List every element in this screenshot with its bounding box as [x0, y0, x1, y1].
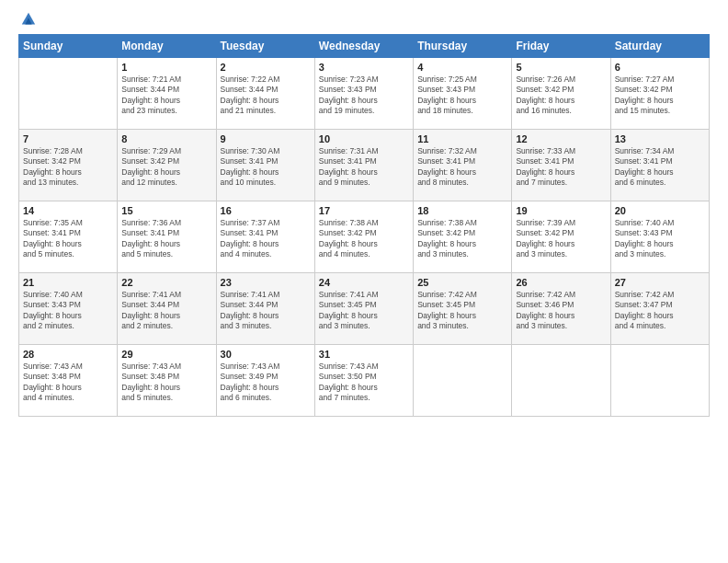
- day-number: 6: [615, 62, 705, 73]
- col-header-sunday: Sunday: [19, 35, 118, 58]
- day-number: 26: [516, 277, 606, 288]
- col-header-thursday: Thursday: [414, 35, 512, 58]
- calendar-cell: 27Sunrise: 7:42 AM Sunset: 3:47 PM Dayli…: [610, 273, 709, 345]
- day-info: Sunrise: 7:39 AM Sunset: 3:42 PM Dayligh…: [516, 218, 606, 260]
- calendar-cell: [19, 58, 118, 130]
- day-number: 11: [417, 133, 507, 144]
- col-header-wednesday: Wednesday: [314, 35, 413, 58]
- calendar-cell: [610, 345, 709, 417]
- calendar-cell: 25Sunrise: 7:42 AM Sunset: 3:45 PM Dayli…: [414, 273, 512, 345]
- col-header-monday: Monday: [118, 35, 216, 58]
- calendar-cell: 24Sunrise: 7:41 AM Sunset: 3:45 PM Dayli…: [314, 273, 413, 345]
- day-info: Sunrise: 7:42 AM Sunset: 3:46 PM Dayligh…: [516, 290, 606, 332]
- calendar-cell: 21Sunrise: 7:40 AM Sunset: 3:43 PM Dayli…: [19, 273, 118, 345]
- calendar-cell: 7Sunrise: 7:28 AM Sunset: 3:42 PM Daylig…: [19, 130, 118, 201]
- calendar-cell: [512, 345, 610, 417]
- calendar-cell: 12Sunrise: 7:33 AM Sunset: 3:41 PM Dayli…: [512, 130, 610, 201]
- day-info: Sunrise: 7:38 AM Sunset: 3:42 PM Dayligh…: [319, 218, 409, 260]
- calendar-cell: 8Sunrise: 7:29 AM Sunset: 3:42 PM Daylig…: [118, 130, 216, 201]
- calendar-cell: 17Sunrise: 7:38 AM Sunset: 3:42 PM Dayli…: [314, 201, 413, 273]
- calendar-cell: 20Sunrise: 7:40 AM Sunset: 3:43 PM Dayli…: [610, 201, 709, 273]
- day-number: 16: [221, 205, 311, 216]
- calendar-cell: 30Sunrise: 7:43 AM Sunset: 3:49 PM Dayli…: [216, 345, 314, 417]
- calendar-cell: 9Sunrise: 7:30 AM Sunset: 3:41 PM Daylig…: [216, 130, 314, 201]
- calendar-cell: 10Sunrise: 7:31 AM Sunset: 3:41 PM Dayli…: [314, 130, 413, 201]
- calendar-cell: 26Sunrise: 7:42 AM Sunset: 3:46 PM Dayli…: [512, 273, 610, 345]
- calendar-table: SundayMondayTuesdayWednesdayThursdayFrid…: [18, 34, 710, 417]
- day-info: Sunrise: 7:25 AM Sunset: 3:43 PM Dayligh…: [417, 75, 507, 117]
- day-number: 15: [121, 205, 211, 216]
- day-number: 1: [121, 62, 211, 73]
- calendar-cell: 2Sunrise: 7:22 AM Sunset: 3:44 PM Daylig…: [216, 58, 314, 130]
- day-info: Sunrise: 7:42 AM Sunset: 3:47 PM Dayligh…: [615, 290, 705, 332]
- page: SundayMondayTuesdayWednesdayThursdayFrid…: [0, 0, 728, 563]
- day-info: Sunrise: 7:43 AM Sunset: 3:50 PM Dayligh…: [319, 362, 409, 404]
- day-info: Sunrise: 7:23 AM Sunset: 3:43 PM Dayligh…: [319, 75, 409, 117]
- calendar-header-row: SundayMondayTuesdayWednesdayThursdayFrid…: [19, 35, 710, 58]
- calendar-cell: 16Sunrise: 7:37 AM Sunset: 3:41 PM Dayli…: [216, 201, 314, 273]
- calendar-cell: 22Sunrise: 7:41 AM Sunset: 3:44 PM Dayli…: [118, 273, 216, 345]
- day-info: Sunrise: 7:29 AM Sunset: 3:42 PM Dayligh…: [121, 146, 211, 189]
- day-number: 20: [615, 205, 705, 216]
- calendar-cell: 4Sunrise: 7:25 AM Sunset: 3:43 PM Daylig…: [414, 58, 512, 130]
- day-number: 8: [121, 133, 211, 144]
- calendar-cell: 18Sunrise: 7:38 AM Sunset: 3:42 PM Dayli…: [414, 201, 512, 273]
- day-number: 21: [23, 277, 113, 288]
- calendar-cell: 29Sunrise: 7:43 AM Sunset: 3:48 PM Dayli…: [118, 345, 216, 417]
- day-number: 29: [121, 349, 211, 360]
- calendar-cell: [414, 345, 512, 417]
- header: [18, 17, 710, 25]
- calendar-cell: 28Sunrise: 7:43 AM Sunset: 3:48 PM Dayli…: [19, 345, 118, 417]
- day-number: 5: [516, 62, 606, 73]
- day-number: 18: [417, 205, 507, 216]
- day-number: 30: [221, 349, 311, 360]
- day-info: Sunrise: 7:41 AM Sunset: 3:45 PM Dayligh…: [319, 290, 409, 332]
- day-info: Sunrise: 7:28 AM Sunset: 3:42 PM Dayligh…: [23, 146, 113, 189]
- calendar-cell: 31Sunrise: 7:43 AM Sunset: 3:50 PM Dayli…: [314, 345, 413, 417]
- day-info: Sunrise: 7:38 AM Sunset: 3:42 PM Dayligh…: [417, 218, 507, 260]
- day-number: 3: [319, 62, 409, 73]
- day-info: Sunrise: 7:43 AM Sunset: 3:48 PM Dayligh…: [121, 362, 211, 404]
- day-info: Sunrise: 7:42 AM Sunset: 3:45 PM Dayligh…: [417, 290, 507, 332]
- day-info: Sunrise: 7:43 AM Sunset: 3:49 PM Dayligh…: [221, 362, 311, 404]
- day-number: 25: [417, 277, 507, 288]
- calendar-week-row: 7Sunrise: 7:28 AM Sunset: 3:42 PM Daylig…: [19, 130, 710, 201]
- day-info: Sunrise: 7:32 AM Sunset: 3:41 PM Dayligh…: [417, 146, 507, 189]
- day-info: Sunrise: 7:37 AM Sunset: 3:41 PM Dayligh…: [221, 218, 311, 260]
- day-info: Sunrise: 7:40 AM Sunset: 3:43 PM Dayligh…: [615, 218, 705, 260]
- day-number: 9: [221, 133, 311, 144]
- day-number: 28: [23, 349, 113, 360]
- day-info: Sunrise: 7:35 AM Sunset: 3:41 PM Dayligh…: [23, 218, 113, 260]
- day-number: 19: [516, 205, 606, 216]
- calendar-cell: 6Sunrise: 7:27 AM Sunset: 3:42 PM Daylig…: [610, 58, 709, 130]
- calendar-week-row: 21Sunrise: 7:40 AM Sunset: 3:43 PM Dayli…: [19, 273, 710, 345]
- day-number: 31: [319, 349, 409, 360]
- day-info: Sunrise: 7:22 AM Sunset: 3:44 PM Dayligh…: [221, 75, 311, 117]
- day-number: 4: [417, 62, 507, 73]
- calendar-week-row: 28Sunrise: 7:43 AM Sunset: 3:48 PM Dayli…: [19, 345, 710, 417]
- day-info: Sunrise: 7:41 AM Sunset: 3:44 PM Dayligh…: [121, 290, 211, 332]
- day-info: Sunrise: 7:30 AM Sunset: 3:41 PM Dayligh…: [221, 146, 311, 189]
- day-info: Sunrise: 7:31 AM Sunset: 3:41 PM Dayligh…: [319, 146, 409, 189]
- calendar-cell: 3Sunrise: 7:23 AM Sunset: 3:43 PM Daylig…: [314, 58, 413, 130]
- calendar-cell: 1Sunrise: 7:21 AM Sunset: 3:44 PM Daylig…: [118, 58, 216, 130]
- day-info: Sunrise: 7:40 AM Sunset: 3:43 PM Dayligh…: [23, 290, 113, 332]
- day-info: Sunrise: 7:21 AM Sunset: 3:44 PM Dayligh…: [121, 75, 211, 117]
- logo: [18, 17, 37, 25]
- day-info: Sunrise: 7:41 AM Sunset: 3:44 PM Dayligh…: [221, 290, 311, 332]
- day-info: Sunrise: 7:27 AM Sunset: 3:42 PM Dayligh…: [615, 75, 705, 117]
- day-number: 10: [319, 133, 409, 144]
- day-number: 7: [23, 133, 113, 144]
- calendar-cell: 19Sunrise: 7:39 AM Sunset: 3:42 PM Dayli…: [512, 201, 610, 273]
- day-number: 13: [615, 133, 705, 144]
- col-header-friday: Friday: [512, 35, 610, 58]
- day-info: Sunrise: 7:43 AM Sunset: 3:48 PM Dayligh…: [23, 362, 113, 404]
- calendar-week-row: 1Sunrise: 7:21 AM Sunset: 3:44 PM Daylig…: [19, 58, 710, 130]
- day-info: Sunrise: 7:26 AM Sunset: 3:42 PM Dayligh…: [516, 75, 606, 117]
- day-number: 27: [615, 277, 705, 288]
- calendar-cell: 23Sunrise: 7:41 AM Sunset: 3:44 PM Dayli…: [216, 273, 314, 345]
- calendar-cell: 14Sunrise: 7:35 AM Sunset: 3:41 PM Dayli…: [19, 201, 118, 273]
- day-number: 12: [516, 133, 606, 144]
- day-info: Sunrise: 7:33 AM Sunset: 3:41 PM Dayligh…: [516, 146, 606, 189]
- calendar-cell: 5Sunrise: 7:26 AM Sunset: 3:42 PM Daylig…: [512, 58, 610, 130]
